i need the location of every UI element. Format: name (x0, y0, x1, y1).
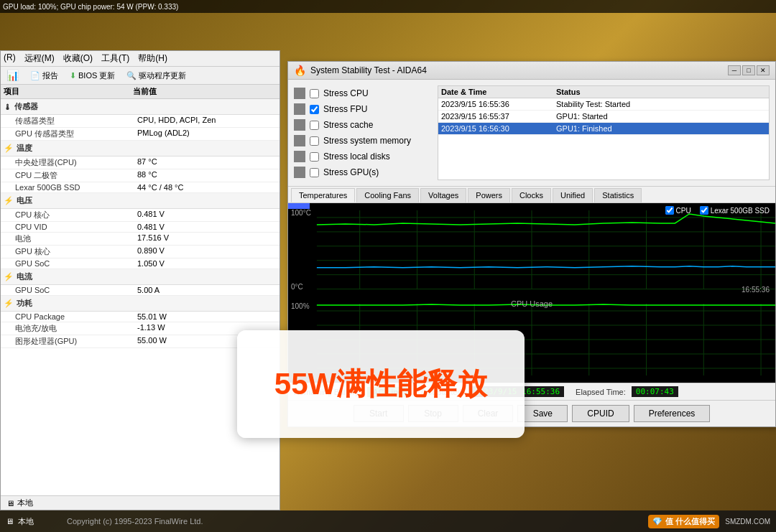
stress-options-panel: Stress CPU Stress FPU Stress cache Stres… (291, 83, 435, 183)
stress-option-fpu: Stress FPU (294, 101, 432, 117)
aida-toolbar: 📊 📄 报告 ⬇ BIOS 更新 🔍 驱动程序更新 (1, 67, 280, 85)
col-value: 当前值 (133, 86, 277, 97)
log-col-status: Status (556, 88, 766, 96)
table-row: 电池 17.516 V (1, 233, 280, 246)
log-row-2: 2023/9/15 16:55:37 GPU1: Started (438, 111, 769, 123)
watermark-badge: 💎 值 什么值得买 (648, 515, 719, 528)
stress-cache-checkbox[interactable] (310, 121, 319, 130)
aida-main-window: (R) 远程(M) 收藏(O) 工具(T) 帮助(H) 📊 📄 报告 ⬇ BIO… (0, 50, 280, 510)
driver-icon: 🔍 (126, 71, 137, 80)
legend-ssd-label: Lexar 500GB SSD (711, 207, 770, 215)
stress-panel: Stress CPU Stress FPU Stress cache Stres… (288, 80, 775, 187)
aida-data-table: 🌡 传感器 传感器类型 CPU, HDD, ACPI, Zen GPU 传感器类… (1, 99, 280, 495)
location-icon: 🖥 (6, 499, 14, 508)
tab-powers[interactable]: Powers (468, 188, 510, 202)
watermark-sub: SMZDM.COM (725, 518, 770, 526)
stress-cpu-label: Stress CPU (323, 88, 369, 98)
menu-tools[interactable]: 工具(T) (101, 52, 129, 65)
table-row: CPU Package 55.01 W (1, 312, 280, 322)
table-row: GPU SoC 1.050 V (1, 258, 280, 269)
table-row: GPU 传感器类型 PMLog (ADL2) (1, 128, 280, 141)
cpuid-button[interactable]: CPUID (572, 405, 629, 422)
table-row: 电池充/放电 -1.13 W (1, 322, 280, 335)
legend-cpu-label: CPU (676, 207, 691, 215)
table-row: 传感器类型 CPU, HDD, ACPI, Zen (1, 115, 280, 128)
toolbar-bios-btn[interactable]: ⬇ BIOS 更新 (67, 69, 118, 83)
temp-y-min: 0°C (291, 283, 303, 291)
log-row-1: 2023/9/15 16:55:36 Stability Test: Start… (438, 98, 769, 111)
menu-help[interactable]: 帮助(H) (138, 52, 167, 65)
taskbar-location-icon: 🖥 (6, 517, 14, 526)
section-sensor: 🌡 传感器 (1, 99, 280, 115)
current-icon: ⚡ (4, 272, 14, 281)
stress-fpu-label: Stress FPU (323, 104, 367, 114)
stress-gpu-label: Stress GPU(s) (323, 167, 379, 177)
annotation-overlay: 55W满性能释放 (237, 330, 525, 438)
stress-option-memory: Stress system memory (294, 133, 432, 149)
gpu-load-bar: GPU load: 100%; GPU chip power: 54 W (PP… (0, 0, 776, 13)
toolbar-driver-btn[interactable]: 🔍 驱动程序更新 (124, 69, 189, 83)
section-power: ⚡ 功耗 (1, 296, 280, 312)
cache-stress-icon (294, 119, 305, 131)
table-header: 项目 当前值 (1, 85, 280, 99)
table-row: CPU 核心 0.481 V (1, 209, 280, 222)
toolbar-report-btn[interactable]: 📄 报告 (27, 69, 61, 83)
gpu-stress-icon (294, 167, 305, 178)
save-button[interactable]: Save (517, 405, 568, 422)
fpu-stress-icon (294, 103, 305, 115)
toolbar-chart-btn[interactable]: 📊 (4, 68, 22, 83)
tab-clocks[interactable]: Clocks (512, 188, 551, 202)
stress-option-disks: Stress local disks (294, 149, 432, 164)
tab-voltages[interactable]: Voltages (420, 188, 466, 202)
tab-statistics[interactable]: Statistics (594, 188, 642, 202)
section-temperature: ⚡ 温度 (1, 141, 280, 157)
table-row: CPU VID 0.481 V (1, 222, 280, 233)
report-icon: 📄 (30, 71, 40, 80)
legend-cpu-checkbox[interactable] (665, 206, 674, 215)
cpu-chart-y-max: 100% (291, 302, 310, 310)
stress-fpu-checkbox[interactable] (310, 105, 319, 114)
stress-memory-checkbox[interactable] (310, 136, 319, 146)
log-col-datetime: Date & Time (441, 88, 556, 96)
temperature-icon: ⚡ (4, 144, 14, 153)
taskbar: 🖥 本地 Copyright (c) 1995-2023 FinalWire L… (0, 510, 776, 532)
watermark-text: 值 什么值得买 (665, 516, 715, 527)
menu-r[interactable]: (R) (4, 52, 16, 65)
preferences-button[interactable]: Preferences (634, 405, 711, 422)
aida-menu-bar: (R) 远程(M) 收藏(O) 工具(T) 帮助(H) (1, 51, 280, 67)
maximize-button[interactable]: □ (742, 65, 755, 75)
stress-option-gpu: Stress GPU(s) (294, 164, 432, 180)
stress-option-cpu: Stress CPU (294, 85, 432, 101)
taskbar-left: 🖥 本地 Copyright (c) 1995-2023 FinalWire L… (6, 516, 203, 527)
sensor-icon: 🌡 (4, 103, 11, 111)
minimize-button[interactable]: ─ (728, 65, 741, 75)
window-titlebar: 🔥 System Stability Test - AIDA64 ─ □ ✕ (288, 62, 775, 80)
legend-ssd-checkbox[interactable] (700, 206, 708, 215)
stress-option-cache: Stress cache (294, 117, 432, 133)
close-button[interactable]: ✕ (757, 65, 770, 75)
annotation-text: 55W满性能释放 (274, 364, 487, 404)
col-item: 项目 (4, 86, 133, 97)
log-header: Date & Time Status (438, 86, 769, 98)
cpu-chart-title: CPU Usage (511, 299, 553, 308)
section-current: ⚡ 电流 (1, 269, 280, 285)
bios-icon: ⬇ (70, 71, 76, 80)
tab-cooling-fans[interactable]: Cooling Fans (356, 188, 419, 202)
aida-statusbar: 🖥 本地 (1, 495, 280, 510)
stress-disks-checkbox[interactable] (310, 152, 319, 162)
statusbar-text: 本地 (17, 498, 33, 508)
menu-favorites[interactable]: 收藏(O) (63, 52, 93, 65)
memory-stress-icon (294, 135, 305, 146)
tab-temperatures[interactable]: Temperatures (291, 188, 355, 202)
stress-cpu-checkbox[interactable] (310, 89, 319, 98)
cpu-stress-icon (294, 88, 305, 99)
stress-memory-label: Stress system memory (323, 136, 411, 146)
legend-cpu: CPU (665, 206, 691, 215)
temp-chart-svg (288, 203, 775, 297)
tab-unified[interactable]: Unified (553, 188, 593, 202)
table-row: GPU SoC 5.00 A (1, 285, 280, 296)
stress-gpu-checkbox[interactable] (310, 168, 319, 177)
flame-icon: 🔥 (294, 65, 306, 76)
temperature-chart: 100°C 0°C 16:55:36 CPU Lexar 500GB SSD (288, 203, 775, 297)
menu-remote[interactable]: 远程(M) (24, 52, 55, 65)
